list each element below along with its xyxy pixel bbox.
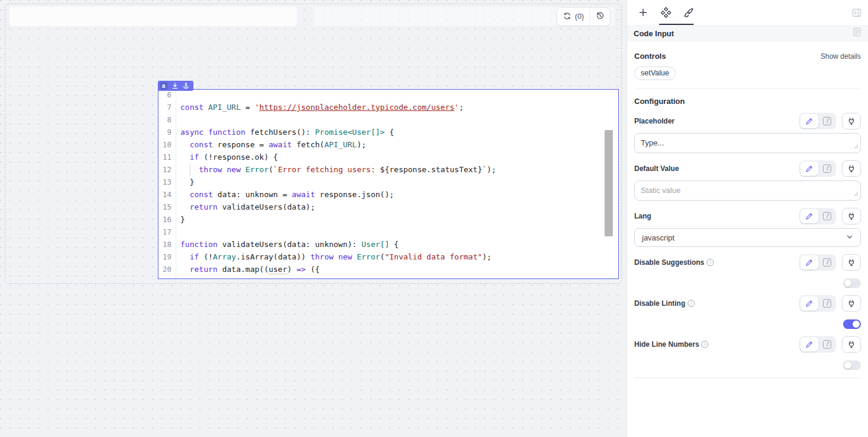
- config-field: Default ValuefStatic value: [634, 160, 861, 201]
- active-tab-indicator: [659, 24, 694, 25]
- line-number: 20: [158, 263, 176, 276]
- components-icon: [660, 7, 672, 18]
- binding-controls: f: [799, 160, 861, 177]
- code-line[interactable]: 17: [158, 226, 618, 238]
- field-select[interactable]: javascript: [634, 228, 861, 247]
- select-value: javascript: [642, 233, 675, 242]
- line-content: return validateUsers(data);: [176, 201, 315, 213]
- code-line[interactable]: 8: [158, 113, 618, 126]
- widget-doc-icon[interactable]: [853, 27, 861, 39]
- code-line[interactable]: 21 id: user.id,: [158, 276, 618, 279]
- field-label: Disable Lintingi: [634, 299, 695, 308]
- bind-data-button[interactable]: [842, 336, 861, 353]
- code-line[interactable]: 13 }: [158, 176, 618, 188]
- line-content: [176, 113, 180, 126]
- code-line[interactable]: 20 return data.map((user) => ({: [158, 263, 618, 276]
- code-line[interactable]: 7const API_URL = 'https://jsonplaceholde…: [158, 101, 618, 113]
- fx-mode-button[interactable]: f: [819, 209, 835, 223]
- field-toggle[interactable]: [843, 278, 861, 288]
- line-number: 19: [158, 251, 176, 263]
- code-line[interactable]: 12 throw new Error(`Error fetching users…: [158, 163, 618, 176]
- widget-name-pill[interactable]: a: [158, 81, 193, 91]
- resize-handle[interactable]: [854, 142, 859, 151]
- code-line[interactable]: 6: [158, 89, 618, 101]
- info-icon[interactable]: i: [707, 259, 714, 266]
- line-content: id: user.id,: [176, 276, 255, 279]
- code-line[interactable]: 9async function fetchUsers(): Promise<Us…: [158, 126, 618, 138]
- static-mode-button[interactable]: [800, 162, 818, 176]
- configuration-fields: PlaceholderfType...Default ValuefStatic …: [634, 113, 861, 370]
- binding-controls: f: [799, 208, 861, 224]
- field-toggle[interactable]: [843, 360, 861, 370]
- fx-mode-button[interactable]: f: [819, 296, 835, 311]
- static-mode-button[interactable]: [800, 114, 818, 128]
- field-label: Lang: [634, 212, 651, 220]
- paintbrush-icon: [683, 7, 694, 18]
- fx-mode-button[interactable]: f: [819, 255, 835, 270]
- insert-below-icon[interactable]: [172, 83, 178, 89]
- show-details-link[interactable]: Show details: [821, 52, 861, 61]
- control-action-chip[interactable]: setValue: [634, 66, 676, 80]
- bind-data-button[interactable]: [842, 295, 861, 312]
- collapse-panel-button[interactable]: [850, 7, 863, 18]
- static-mode-button[interactable]: [800, 337, 818, 352]
- refresh-button[interactable]: (0): [557, 8, 590, 26]
- field-label: Hide Line Numbersi: [634, 340, 708, 349]
- bind-data-button[interactable]: [842, 254, 861, 271]
- editor-scrollbar[interactable]: [605, 130, 613, 236]
- static-mode-button[interactable]: [800, 296, 818, 311]
- line-number: 17: [158, 226, 176, 238]
- code-editor[interactable]: 67const API_URL = 'https://jsonplacehold…: [158, 89, 618, 279]
- code-line[interactable]: 19 if (!Array.isArray(data)) throw new E…: [158, 251, 618, 263]
- resize-handle[interactable]: [854, 189, 859, 198]
- field-toggle[interactable]: [843, 319, 861, 329]
- config-field: Langfjavascript: [634, 208, 861, 247]
- code-line[interactable]: 14 const data: unknown = await response.…: [158, 188, 618, 201]
- field-textarea[interactable]: Static value: [634, 180, 861, 201]
- line-number: 6: [158, 89, 176, 101]
- code-line[interactable]: 18function validateUsers(data: unknown):…: [158, 238, 618, 251]
- line-content: throw new Error(`Error fetching users: $…: [176, 163, 496, 176]
- fx-mode-button[interactable]: f: [819, 162, 835, 176]
- section-divider: [634, 88, 861, 89]
- code-line[interactable]: 10 const response = await fetch(API_URL)…: [158, 138, 618, 151]
- tab-add-widgets[interactable]: [632, 1, 654, 24]
- controls-section-title: Controls: [634, 52, 666, 61]
- editor-canvas[interactable]: (0) a 67const API_URL = 'https://jsonpla…: [0, 0, 627, 437]
- line-number: 15: [158, 201, 176, 213]
- config-field: Disable Lintingif: [634, 295, 861, 329]
- line-content: function validateUsers(data: unknown): U…: [176, 238, 399, 251]
- panel-footer-divider: [634, 378, 861, 378]
- tab-components[interactable]: [654, 1, 677, 24]
- history-icon: [596, 11, 605, 22]
- static-mode-button[interactable]: [800, 209, 818, 223]
- anchor-icon[interactable]: [183, 83, 189, 89]
- configuration-section-title: Configuration: [634, 97, 685, 106]
- line-number: 21: [158, 276, 176, 279]
- code-line[interactable]: 15 return validateUsers(data);: [158, 201, 618, 213]
- binding-controls: f: [799, 113, 861, 129]
- canvas-toolbar: (0): [557, 7, 611, 26]
- field-textarea[interactable]: Type...: [634, 133, 861, 153]
- fx-mode-button[interactable]: f: [819, 114, 835, 128]
- fx-mode-button[interactable]: f: [819, 337, 835, 352]
- history-button[interactable]: [590, 8, 610, 26]
- binding-controls: f: [799, 295, 861, 312]
- info-icon[interactable]: i: [701, 341, 708, 348]
- code-line[interactable]: 16}: [158, 213, 618, 226]
- info-icon[interactable]: i: [688, 300, 695, 307]
- line-number: 12: [158, 163, 176, 176]
- line-content: const data: unknown = await response.jso…: [176, 188, 394, 201]
- tab-styles[interactable]: [677, 1, 700, 24]
- bind-data-button[interactable]: [842, 113, 861, 129]
- selected-widget-title: Code Input: [634, 29, 674, 38]
- bind-data-button[interactable]: [842, 160, 861, 177]
- code-input-widget[interactable]: 67const API_URL = 'https://jsonplacehold…: [158, 89, 619, 279]
- field-label: Default Value: [634, 164, 679, 173]
- refresh-count: (0): [575, 12, 584, 21]
- bind-data-button[interactable]: [842, 208, 861, 224]
- line-content: if (!response.ok) {: [176, 151, 278, 163]
- selected-widget-header: Code Input: [627, 25, 868, 42]
- static-mode-button[interactable]: [800, 255, 818, 270]
- code-line[interactable]: 11 if (!response.ok) {: [158, 151, 618, 163]
